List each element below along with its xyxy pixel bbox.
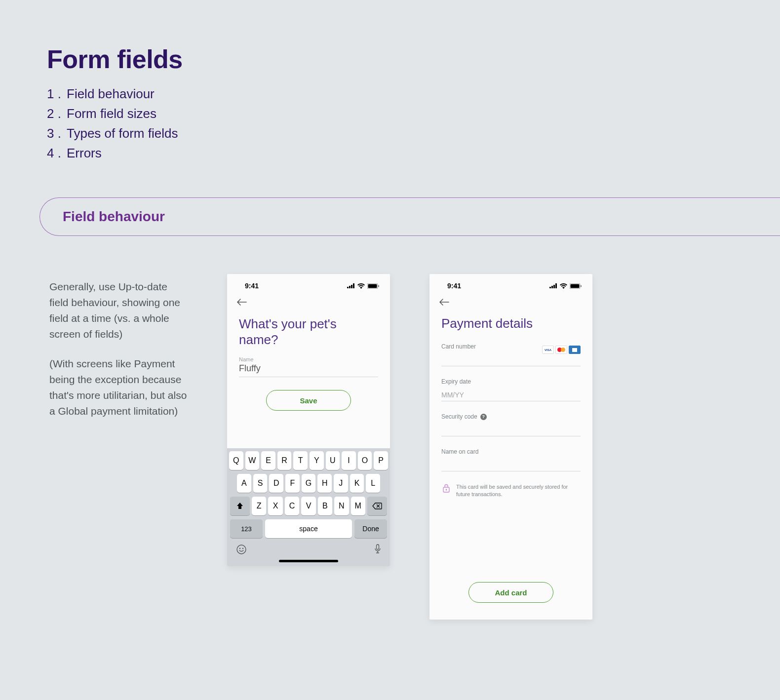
- key-e[interactable]: E: [261, 451, 275, 470]
- help-icon[interactable]: ?: [480, 414, 487, 420]
- key-r[interactable]: R: [277, 451, 292, 470]
- svg-rect-13: [549, 287, 551, 288]
- keyboard-row: Q W E R T Y U I O P: [229, 451, 388, 470]
- svg-rect-6: [378, 285, 379, 287]
- cellular-signal-icon: [347, 283, 355, 288]
- backspace-key[interactable]: [367, 497, 387, 515]
- svg-rect-2: [351, 285, 352, 288]
- wifi-icon: [560, 283, 567, 289]
- key-m[interactable]: M: [351, 497, 365, 515]
- body-paragraph: Generally, use Up-to-date field behaviou…: [49, 279, 188, 342]
- key-x[interactable]: X: [268, 497, 282, 515]
- name-on-card-input[interactable]: [441, 459, 581, 471]
- nav-bar: [227, 293, 390, 313]
- toc-item: 4 . Errors: [47, 143, 178, 163]
- home-indicator: [279, 560, 338, 562]
- key-k[interactable]: K: [350, 474, 364, 493]
- emoji-icon[interactable]: [236, 544, 247, 557]
- key-z[interactable]: Z: [252, 497, 266, 515]
- svg-point-9: [242, 548, 243, 549]
- status-time: 9:41: [245, 282, 259, 290]
- key-p[interactable]: P: [374, 451, 388, 470]
- battery-icon: [570, 283, 582, 289]
- key-a[interactable]: A: [237, 474, 251, 493]
- svg-rect-18: [571, 284, 580, 288]
- add-card-button[interactable]: Add card: [468, 582, 553, 603]
- key-d[interactable]: D: [269, 474, 283, 493]
- field-label: Name on card: [441, 448, 581, 455]
- lock-icon: [442, 483, 450, 498]
- shift-key[interactable]: [230, 497, 250, 515]
- svg-point-8: [239, 548, 240, 549]
- toc-item-label: Form field sizes: [67, 104, 156, 123]
- cellular-signal-icon: [549, 283, 557, 288]
- key-t[interactable]: T: [293, 451, 308, 470]
- done-key[interactable]: Done: [354, 519, 387, 538]
- name-on-card-field: Name on card: [441, 448, 581, 471]
- svg-rect-16: [555, 283, 557, 288]
- phone-mockup-payment: 9:41 Payment details Ca: [429, 274, 592, 620]
- toc-item-number: 1 .: [47, 84, 67, 104]
- key-i[interactable]: I: [342, 451, 356, 470]
- key-u[interactable]: U: [326, 451, 340, 470]
- dictation-icon[interactable]: [374, 544, 381, 557]
- key-h[interactable]: H: [317, 474, 332, 493]
- back-arrow-icon[interactable]: [439, 297, 449, 308]
- toc-item: 2 . Form field sizes: [47, 104, 178, 123]
- expiry-field: Expiry date MM/YY: [441, 378, 581, 401]
- key-w[interactable]: W: [245, 451, 260, 470]
- expiry-input[interactable]: MM/YY: [441, 389, 581, 401]
- numeric-key[interactable]: 123: [230, 519, 263, 538]
- toc-item-number: 4 .: [47, 143, 67, 163]
- back-arrow-icon[interactable]: [237, 297, 247, 308]
- svg-rect-1: [349, 286, 351, 288]
- key-q[interactable]: Q: [229, 451, 243, 470]
- toc-item: 3 . Types of form fields: [47, 123, 178, 143]
- security-code-field: Security code ?: [441, 413, 581, 436]
- key-g[interactable]: G: [302, 474, 316, 493]
- field-label: Name: [239, 356, 378, 362]
- key-j[interactable]: J: [334, 474, 348, 493]
- toc-item-number: 3 .: [47, 123, 67, 143]
- save-button[interactable]: Save: [266, 390, 351, 411]
- key-b[interactable]: B: [318, 497, 332, 515]
- field-label: Expiry date: [441, 378, 581, 385]
- phone-content: What's your pet's name? Name Fluffy Save: [227, 313, 390, 411]
- design-doc-canvas: Form fields 1 . Field behaviour 2 . Form…: [0, 0, 780, 700]
- svg-rect-15: [553, 285, 555, 288]
- svg-rect-3: [353, 283, 354, 288]
- toc-list: 1 . Field behaviour 2 . Form field sizes…: [47, 84, 178, 163]
- key-s[interactable]: S: [253, 474, 268, 493]
- key-l[interactable]: L: [366, 474, 380, 493]
- field-label-row: Security code ?: [441, 413, 581, 420]
- keyboard-row: Z X C V B N M: [229, 497, 388, 515]
- key-v[interactable]: V: [301, 497, 315, 515]
- form-question-headline: What's your pet's name?: [239, 316, 378, 348]
- toc-item-number: 2 .: [47, 104, 67, 123]
- toc-item-label: Errors: [67, 143, 102, 163]
- card-number-input[interactable]: [441, 354, 581, 366]
- svg-rect-0: [347, 287, 349, 288]
- status-right: [549, 283, 582, 289]
- key-c[interactable]: C: [285, 497, 299, 515]
- key-f[interactable]: F: [285, 474, 300, 493]
- svg-rect-19: [581, 285, 582, 287]
- card-number-field: Card number VISA: [441, 343, 581, 366]
- body-copy: Generally, use Up-to-date field behaviou…: [49, 279, 188, 433]
- secure-storage-note: This card will be saved and securely sto…: [441, 483, 581, 498]
- toc-item: 1 . Field behaviour: [47, 84, 178, 104]
- key-n[interactable]: N: [334, 497, 349, 515]
- security-code-input[interactable]: [441, 424, 581, 436]
- mastercard-icon: [555, 346, 567, 354]
- space-key[interactable]: space: [265, 519, 352, 538]
- screen-title: Payment details: [441, 316, 581, 331]
- phone-mockup-pet-name: 9:41 What's your pet's name? Name Fluf: [227, 274, 390, 566]
- svg-point-7: [237, 545, 246, 554]
- wifi-icon: [357, 283, 365, 289]
- key-o[interactable]: O: [358, 451, 372, 470]
- status-time: 9:41: [447, 282, 461, 290]
- key-y[interactable]: Y: [310, 451, 324, 470]
- name-input[interactable]: Fluffy: [239, 363, 378, 377]
- status-bar: 9:41: [227, 274, 390, 293]
- nav-bar: [429, 293, 592, 313]
